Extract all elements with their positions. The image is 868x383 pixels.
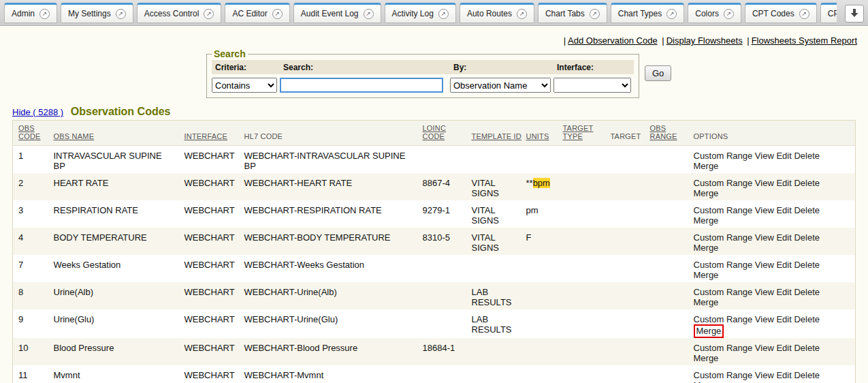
tab-admin[interactable]: Admin↗ xyxy=(4,3,57,23)
go-button[interactable]: Go xyxy=(645,65,671,81)
popout-icon[interactable]: ↗ xyxy=(272,9,283,19)
delete-link[interactable]: Delete xyxy=(794,343,820,353)
cell-target xyxy=(605,228,645,255)
cell-target-type xyxy=(558,146,605,173)
tab-auto-routes[interactable]: Auto Routes↗ xyxy=(460,3,534,23)
delete-link[interactable]: Delete xyxy=(794,370,820,380)
display-flowsheets-link[interactable]: Display Flowsheets xyxy=(666,35,743,46)
criteria-select[interactable]: Contains xyxy=(212,78,277,93)
custom-range-link[interactable]: Custom Range xyxy=(694,232,753,243)
view-link[interactable]: View xyxy=(755,260,774,270)
delete-link[interactable]: Delete xyxy=(794,178,820,188)
custom-range-link[interactable]: Custom Range xyxy=(694,260,753,270)
tab-colors[interactable]: Colors↗ xyxy=(688,3,741,23)
col-header-template-id[interactable]: TEMPLATE ID xyxy=(466,121,521,146)
view-link[interactable]: View xyxy=(755,151,774,161)
popout-icon[interactable]: ↗ xyxy=(116,9,126,19)
view-link[interactable]: View xyxy=(755,205,774,215)
view-link[interactable]: View xyxy=(755,370,774,380)
tab-label: CPT Codes xyxy=(752,9,794,18)
edit-link[interactable]: Edit xyxy=(776,151,791,161)
tab-cpt-codes[interactable]: CPT Codes↗ xyxy=(745,3,817,23)
popout-icon[interactable]: ↗ xyxy=(364,9,374,19)
edit-link[interactable]: Edit xyxy=(776,260,791,270)
tab-chart-types[interactable]: Chart Types↗ xyxy=(611,3,684,23)
col-header-target-type[interactable]: TARGET TYPE xyxy=(558,121,605,146)
edit-link[interactable]: Edit xyxy=(776,370,791,380)
hide-link[interactable]: Hide ( 5288 ) xyxy=(12,107,63,117)
popout-icon[interactable]: ↗ xyxy=(724,9,734,19)
tab-chart-tabs[interactable]: Chart Tabs↗ xyxy=(538,3,607,23)
delete-link[interactable]: Delete xyxy=(794,287,820,297)
edit-link[interactable]: Edit xyxy=(776,343,791,353)
edit-link[interactable]: Edit xyxy=(776,232,791,243)
cell-obs-name: RESPIRATION RATE xyxy=(48,200,179,228)
custom-range-link[interactable]: Custom Range xyxy=(694,205,753,215)
custom-range-link[interactable]: Custom Range xyxy=(694,370,753,380)
tab-ac-editor[interactable]: AC Editor↗ xyxy=(225,3,289,23)
tab-label: Chart Tabs xyxy=(545,9,585,18)
col-header-obs-code[interactable]: OBS CODE xyxy=(13,121,48,146)
view-link[interactable]: View xyxy=(755,232,774,243)
tab-scroll-down-button[interactable] xyxy=(845,5,864,22)
popout-icon[interactable]: ↗ xyxy=(204,9,214,19)
cell-obs-range xyxy=(645,309,688,338)
popout-icon[interactable]: ↗ xyxy=(438,9,449,19)
cell-interface: WEBCHART xyxy=(179,200,239,228)
interface-select[interactable] xyxy=(553,78,631,93)
merge-link[interactable]: Merge xyxy=(694,324,724,338)
popout-icon[interactable]: ↗ xyxy=(799,9,809,19)
view-link[interactable]: View xyxy=(755,178,774,188)
custom-range-link[interactable]: Custom Range xyxy=(694,178,753,188)
delete-link[interactable]: Delete xyxy=(794,232,820,243)
view-link[interactable]: View xyxy=(755,343,774,353)
cell-obs-name: Mvmnt xyxy=(48,365,179,383)
custom-range-link[interactable]: Custom Range xyxy=(694,343,753,353)
merge-link[interactable]: Merge xyxy=(694,353,719,363)
col-header-obs-name[interactable]: OBS NAME xyxy=(48,121,179,146)
merge-link[interactable]: Merge xyxy=(694,161,719,171)
tab-cpt-requirements[interactable]: CPT Requirem↗ xyxy=(820,3,837,23)
col-header-obs-range[interactable]: OBS RANGE xyxy=(645,121,688,146)
cell-loinc-code xyxy=(417,365,466,383)
custom-range-link[interactable]: Custom Range xyxy=(694,314,753,324)
cell-loinc-code xyxy=(417,309,466,338)
popout-icon[interactable]: ↗ xyxy=(590,9,600,19)
custom-range-link[interactable]: Custom Range xyxy=(694,287,753,297)
col-header-units[interactable]: UNITS xyxy=(521,121,558,146)
delete-link[interactable]: Delete xyxy=(794,260,820,270)
col-header-interface[interactable]: INTERFACE xyxy=(179,121,239,146)
merge-link[interactable]: Merge xyxy=(694,297,719,307)
flowsheets-system-report-link[interactable]: Flowsheets System Report xyxy=(752,35,857,46)
delete-link[interactable]: Delete xyxy=(794,205,820,215)
tab-audit-event-log[interactable]: Audit Event Log↗ xyxy=(293,3,381,23)
popout-icon[interactable]: ↗ xyxy=(39,9,50,19)
edit-link[interactable]: Edit xyxy=(776,314,791,324)
cell-template-id xyxy=(466,255,521,282)
view-link[interactable]: View xyxy=(755,314,774,324)
tab-access-control[interactable]: Access Control↗ xyxy=(137,3,222,23)
add-observation-code-link[interactable]: Add Observation Code xyxy=(568,35,658,46)
merge-link[interactable]: Merge xyxy=(694,215,719,226)
custom-range-link[interactable]: Custom Range xyxy=(694,151,753,161)
edit-link[interactable]: Edit xyxy=(776,205,791,215)
merge-link[interactable]: Merge xyxy=(694,380,719,383)
delete-link[interactable]: Delete xyxy=(794,314,820,324)
merge-link[interactable]: Merge xyxy=(694,188,719,198)
search-input[interactable] xyxy=(280,78,443,93)
link-separator: | xyxy=(564,35,566,46)
edit-link[interactable]: Edit xyxy=(776,178,791,188)
merge-link[interactable]: Merge xyxy=(694,270,719,280)
view-link[interactable]: View xyxy=(755,287,774,297)
tab-activity-log[interactable]: Activity Log↗ xyxy=(385,3,456,23)
merge-link[interactable]: Merge xyxy=(694,243,719,253)
delete-link[interactable]: Delete xyxy=(794,151,820,161)
popout-icon[interactable]: ↗ xyxy=(666,9,677,19)
edit-link[interactable]: Edit xyxy=(776,287,791,297)
tab-my-settings[interactable]: My Settings↗ xyxy=(61,3,133,23)
popout-icon[interactable]: ↗ xyxy=(517,9,527,19)
col-header-loinc-code[interactable]: LOINC CODE xyxy=(417,121,466,146)
by-select[interactable]: Observation Name xyxy=(450,78,551,93)
cell-target-type xyxy=(558,365,605,383)
cell-target-type xyxy=(558,173,605,200)
